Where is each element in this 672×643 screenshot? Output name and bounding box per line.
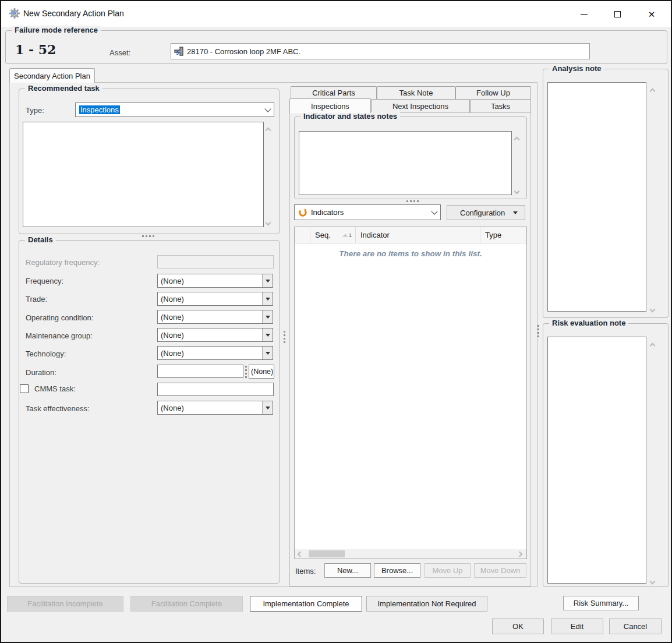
- maintenance-group-combobox[interactable]: (None): [157, 328, 273, 342]
- column-header-blank[interactable]: [295, 227, 310, 243]
- tab-next-inspections[interactable]: Next Inspections: [371, 99, 470, 112]
- tab-tasks[interactable]: Tasks: [470, 99, 531, 112]
- column-header-indicator[interactable]: Indicator: [356, 227, 480, 243]
- dropdown-arrow-icon[interactable]: [262, 401, 273, 414]
- scroll-down-icon[interactable]: [515, 186, 519, 195]
- maximize-icon: [614, 11, 621, 17]
- tab-follow-up-label: Follow Up: [476, 89, 510, 97]
- scroll-up-icon[interactable]: [266, 125, 270, 134]
- operating-condition-combobox[interactable]: (None): [157, 310, 273, 324]
- regulatory-frequency-field: [157, 255, 274, 268]
- column-header-type[interactable]: Type: [480, 227, 526, 243]
- tab-task-note-label: Task Note: [399, 89, 433, 97]
- frequency-value: (None): [158, 277, 262, 285]
- dropdown-arrow-icon[interactable]: [262, 292, 273, 305]
- maintenance-group-value: (None): [158, 331, 262, 340]
- dropdown-arrow-icon[interactable]: [262, 274, 273, 287]
- details-label: Details: [25, 235, 56, 244]
- duration-splitter[interactable]: [245, 366, 247, 378]
- technology-label: Technology:: [26, 349, 66, 358]
- risk-evaluation-note-label: Risk evaluation note: [549, 319, 628, 327]
- implementation-complete-button[interactable]: Implementation Complete: [250, 596, 362, 612]
- technology-value: (None): [158, 349, 262, 358]
- scroll-left-icon[interactable]: [298, 551, 303, 557]
- tab-inspections-label: Inspections: [311, 102, 349, 111]
- indicators-value: Indicators: [311, 208, 344, 217]
- maximize-button[interactable]: [604, 2, 631, 26]
- corrosion-loop-icon: 3: [174, 46, 184, 56]
- scroll-down-icon[interactable]: [266, 218, 270, 227]
- scroll-up-icon[interactable]: [650, 86, 655, 95]
- close-icon: ✕: [648, 10, 656, 19]
- analysis-note-label: Analysis note: [549, 64, 604, 73]
- notes-splitter[interactable]: [406, 200, 419, 202]
- svg-text:3: 3: [176, 50, 179, 56]
- operating-condition-value: (None): [158, 313, 262, 322]
- task-effectiveness-label: Task effectiveness:: [26, 404, 90, 413]
- trade-combobox[interactable]: (None): [157, 292, 273, 306]
- horizontal-scrollbar[interactable]: [295, 549, 526, 559]
- duration-unit-value: (None): [251, 368, 273, 376]
- type-combobox[interactable]: Inspections: [75, 103, 274, 117]
- indicators-table: Seq. 1 Indicator Type There are no items…: [294, 227, 527, 559]
- dropdown-arrow-icon[interactable]: [262, 347, 273, 359]
- dropdown-arrow-icon[interactable]: [262, 310, 273, 323]
- duration-field[interactable]: [157, 365, 243, 378]
- minimize-button[interactable]: [571, 2, 597, 26]
- scroll-right-icon[interactable]: [517, 551, 523, 557]
- duration-unit-field[interactable]: (None): [249, 365, 274, 379]
- new-button[interactable]: New...: [324, 563, 371, 578]
- technology-combobox[interactable]: (None): [157, 346, 273, 360]
- frequency-combobox[interactable]: (None): [157, 274, 273, 288]
- risk-summary-button[interactable]: Risk Summary...: [563, 596, 639, 610]
- chevron-down-icon: [264, 105, 271, 112]
- trade-label: Trade:: [26, 295, 47, 303]
- risk-evaluation-note-textarea[interactable]: [547, 337, 646, 584]
- indicators-combobox[interactable]: Indicators: [294, 204, 441, 220]
- cmms-task-field[interactable]: [157, 383, 274, 396]
- asset-field[interactable]: 3 28170 - Corrosion loop 2MF ABC.: [171, 43, 590, 59]
- tab-follow-up[interactable]: Follow Up: [455, 86, 531, 99]
- scroll-up-icon[interactable]: [515, 135, 519, 143]
- facilitation-incomplete-button: Facilitation Incomplete: [7, 596, 123, 612]
- recommended-task-splitter[interactable]: [142, 235, 154, 237]
- regulatory-frequency-label: Regulatory frequency:: [26, 258, 100, 267]
- chevron-down-icon: [431, 208, 437, 214]
- tab-inspections[interactable]: Inspections: [289, 98, 371, 113]
- configuration-button[interactable]: Configuration: [447, 205, 525, 220]
- edit-button[interactable]: Edit: [551, 619, 603, 634]
- configuration-button-label: Configuration: [460, 209, 505, 217]
- tab-critical-parts-label: Critical Parts: [312, 89, 355, 97]
- scroll-down-icon[interactable]: [650, 305, 655, 313]
- dropdown-arrow-icon: [513, 211, 518, 214]
- cmms-task-checkbox[interactable]: [20, 384, 29, 393]
- cancel-button[interactable]: Cancel: [609, 619, 662, 634]
- app-gear-icon: [9, 8, 20, 19]
- window-title: New Secondary Action Plan: [23, 9, 124, 18]
- ok-button[interactable]: OK: [492, 619, 544, 634]
- failure-mode-reference-number: 1 - 52: [15, 42, 56, 57]
- tab-critical-parts[interactable]: Critical Parts: [291, 86, 377, 99]
- implementation-not-required-button[interactable]: Implementation Not Required: [366, 596, 487, 612]
- recommended-task-textarea[interactable]: [23, 122, 264, 227]
- tab-task-note[interactable]: Task Note: [377, 86, 455, 99]
- analysis-note-textarea[interactable]: [547, 82, 646, 312]
- close-button[interactable]: ✕: [638, 2, 665, 26]
- browse-button[interactable]: Browse...: [374, 563, 420, 578]
- frequency-label: Frequency:: [26, 277, 63, 285]
- scroll-up-icon[interactable]: [650, 341, 655, 349]
- cmms-task-label: CMMS task:: [34, 384, 76, 393]
- tab-secondary-action-plan-label: Secondary Action Plan: [14, 72, 90, 80]
- scrollbar-thumb[interactable]: [309, 550, 345, 557]
- left-middle-splitter[interactable]: [284, 331, 285, 343]
- failure-mode-reference-label: Failure mode reference: [12, 26, 101, 34]
- scroll-down-icon[interactable]: [650, 577, 655, 585]
- column-header-seq[interactable]: Seq. 1: [310, 227, 356, 243]
- asset-value: 28170 - Corrosion loop 2MF ABC.: [187, 47, 300, 56]
- middle-right-splitter[interactable]: [537, 325, 539, 337]
- tab-secondary-action-plan[interactable]: Secondary Action Plan: [9, 68, 95, 83]
- operating-condition-label: Operating condition:: [26, 313, 93, 322]
- indicator-states-notes-textarea[interactable]: [299, 131, 512, 195]
- dropdown-arrow-icon[interactable]: [262, 328, 273, 341]
- task-effectiveness-combobox[interactable]: (None): [157, 401, 273, 415]
